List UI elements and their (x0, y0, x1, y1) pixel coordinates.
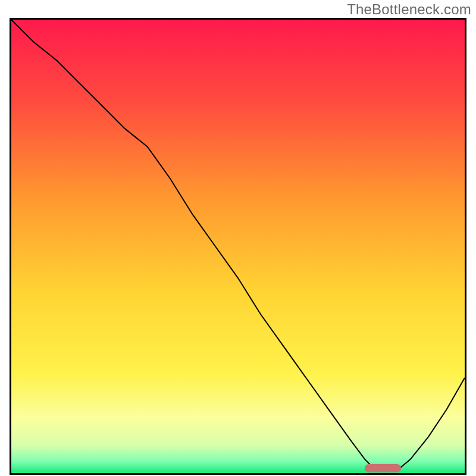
optimum-marker (365, 464, 401, 472)
curve-layer (11, 20, 465, 473)
plot-area (10, 18, 466, 475)
bottleneck-curve (11, 20, 465, 471)
watermark-text: TheBottleneck.com (347, 1, 471, 18)
chart-container: TheBottleneck.com (0, 0, 476, 476)
